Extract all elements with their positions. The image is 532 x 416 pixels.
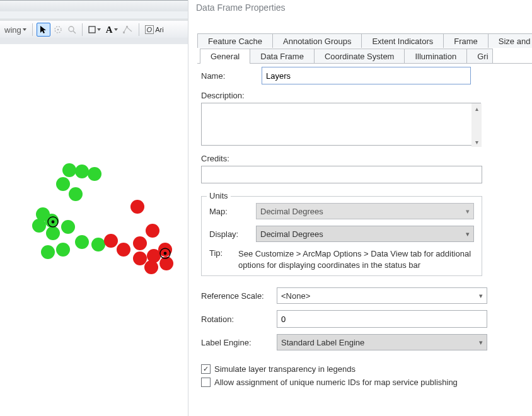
data-frame-properties-dialog: Data Frame Properties Feature CacheAnnot… xyxy=(188,0,532,416)
label-engine-select[interactable]: Standard Label Engine ▾ xyxy=(277,334,487,350)
description-label: Description: xyxy=(201,91,524,100)
svg-point-25 xyxy=(146,224,159,238)
edit-vertices-icon xyxy=(123,25,133,34)
units-legend: Units xyxy=(207,191,231,200)
display-units-value: Decimal Degrees xyxy=(260,229,323,239)
rotation-input[interactable] xyxy=(277,310,487,328)
allow-numeric-ids-label: Allow assignment of unique numeric IDs f… xyxy=(214,378,458,387)
map-units-value: Decimal Degrees xyxy=(260,207,323,216)
rotate-tool[interactable] xyxy=(52,23,64,37)
magnifier-icon xyxy=(67,25,76,34)
svg-point-29 xyxy=(144,260,158,274)
description-field-wrapper: ▴ ▾ xyxy=(201,103,482,147)
zoom-tool[interactable] xyxy=(66,23,78,37)
svg-rect-5 xyxy=(123,32,125,33)
shape-menu-button[interactable] xyxy=(86,23,103,37)
svg-point-16 xyxy=(61,220,75,234)
chevron-down-icon: ▾ xyxy=(466,230,470,238)
tab-gri[interactable]: Gri xyxy=(466,49,492,63)
map-units-select: Decimal Degrees ▾ xyxy=(256,203,474,219)
scroll-up-icon[interactable]: ▴ xyxy=(471,103,482,113)
chevron-down-icon xyxy=(97,28,101,31)
drawing-menu-label: wing xyxy=(4,25,21,35)
tip-label: Tip: xyxy=(209,248,238,270)
simulate-transparency-checkbox-row[interactable]: ✓ Simulate layer transparency in legends xyxy=(201,364,524,374)
svg-point-19 xyxy=(75,235,89,249)
reference-scale-value: <None> xyxy=(281,291,310,301)
description-textarea[interactable] xyxy=(201,103,481,146)
tip-text: See Customize > ArcMap Options > Data Vi… xyxy=(238,248,474,270)
description-scrollbar[interactable]: ▴ ▾ xyxy=(471,103,482,147)
map-units-label: Map: xyxy=(209,207,256,216)
cursor-icon xyxy=(39,25,48,34)
name-label: Name: xyxy=(201,71,262,81)
text-icon: A xyxy=(106,25,113,35)
general-tab-panel: Name: Description: ▴ ▾ Credits: Units Ma… xyxy=(201,67,524,387)
svg-line-3 xyxy=(73,31,76,33)
chevron-down-icon: ▾ xyxy=(466,207,470,216)
allow-numeric-ids-checkbox-row[interactable]: Allow assignment of unique numeric IDs f… xyxy=(201,378,524,387)
tab-annotation-groups[interactable]: Annotation Groups xyxy=(272,33,362,48)
svg-point-24 xyxy=(133,236,147,250)
svg-point-23 xyxy=(117,243,130,257)
toolbar-separator xyxy=(139,23,139,36)
svg-point-7 xyxy=(62,163,76,177)
svg-point-15 xyxy=(46,226,60,240)
svg-point-13 xyxy=(32,219,46,233)
svg-point-10 xyxy=(56,177,70,191)
units-group: Units Map: Decimal Degrees ▾ Display: De… xyxy=(201,196,482,276)
allow-numeric-ids-checkbox[interactable] xyxy=(201,378,211,387)
chevron-down-icon xyxy=(23,28,26,31)
text-menu-button[interactable]: A xyxy=(104,23,120,37)
svg-point-17 xyxy=(41,245,55,259)
reference-scale-select[interactable]: <None> ▾ xyxy=(277,287,487,304)
scroll-down-icon[interactable]: ▾ xyxy=(471,137,482,147)
window-titlebar-inactive xyxy=(0,0,188,13)
label-engine-value: Standard Label Engine xyxy=(281,338,364,347)
display-units-label: Display: xyxy=(209,229,256,239)
svg-point-9 xyxy=(88,167,101,181)
rotation-label: Rotation: xyxy=(201,315,277,324)
credits-label: Credits: xyxy=(201,154,524,163)
label-engine-label: Label Engine: xyxy=(201,338,277,347)
font-menu-button[interactable]: O Ari xyxy=(143,23,166,37)
simulate-transparency-checkbox[interactable]: ✓ xyxy=(201,364,211,374)
credits-input[interactable] xyxy=(201,166,482,183)
tab-coordinate-system[interactable]: Coordinate System xyxy=(314,49,405,63)
map-canvas[interactable] xyxy=(0,44,188,416)
tab-size-and-po[interactable]: Size and Po xyxy=(488,33,532,48)
tab-illumination[interactable]: Illumination xyxy=(404,49,467,63)
tab-data-frame[interactable]: Data Frame xyxy=(250,49,315,63)
display-units-select[interactable]: Decimal Degrees ▾ xyxy=(256,226,474,242)
toolbar-separator xyxy=(32,23,33,36)
rotate-icon xyxy=(54,25,62,34)
svg-point-22 xyxy=(104,234,118,248)
name-input[interactable] xyxy=(262,67,471,84)
chevron-down-icon xyxy=(114,28,118,31)
svg-point-2 xyxy=(69,26,74,32)
tab-feature-cache[interactable]: Feature Cache xyxy=(197,33,273,48)
svg-point-20 xyxy=(91,238,105,251)
tab-general[interactable]: General xyxy=(200,49,250,64)
tabs-row-upper: Feature CacheAnnotation GroupsExtent Ind… xyxy=(197,33,532,48)
svg-point-26 xyxy=(133,251,147,265)
font-letter-icon: O xyxy=(145,25,154,34)
simulate-transparency-label: Simulate layer transparency in legends xyxy=(214,364,356,374)
chevron-down-icon: ▾ xyxy=(479,338,483,347)
select-elements-tool[interactable] xyxy=(37,23,50,37)
tab-frame[interactable]: Frame xyxy=(443,33,489,48)
edit-vertices-tool[interactable] xyxy=(121,23,135,37)
svg-point-21 xyxy=(130,200,144,214)
svg-rect-6 xyxy=(126,26,128,28)
svg-rect-4 xyxy=(89,26,95,33)
point-symbols-svg xyxy=(0,44,188,416)
svg-point-11 xyxy=(69,187,83,201)
svg-point-34 xyxy=(164,252,167,255)
drawing-menu-button[interactable]: wing xyxy=(3,23,28,37)
rectangle-icon xyxy=(88,26,96,33)
svg-point-32 xyxy=(52,221,55,224)
reference-scale-label: Reference Scale: xyxy=(201,291,277,301)
font-suffix-label: Ari xyxy=(155,26,163,33)
svg-point-18 xyxy=(56,243,70,257)
tab-extent-indicators[interactable]: Extent Indicators xyxy=(361,33,444,48)
